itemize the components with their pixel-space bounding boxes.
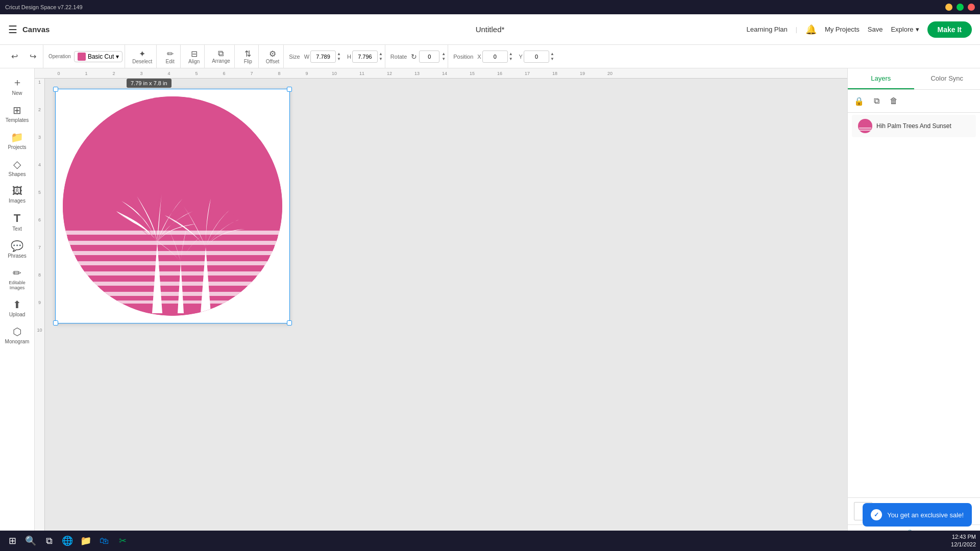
size-label: Size: [289, 54, 300, 60]
sidebar-phrases-label: Phrases: [8, 253, 27, 259]
offset-button[interactable]: ⚙ Offset: [264, 48, 282, 65]
width-label: W: [304, 54, 309, 60]
align-button[interactable]: ⊟ Align: [186, 48, 202, 65]
sidebar-item-projects[interactable]: 📁 Projects: [2, 128, 33, 153]
sidebar-item-templates[interactable]: ⊞ Templates: [2, 101, 33, 126]
v-mark-9: 9: [35, 299, 44, 327]
y-down-icon[interactable]: ▼: [550, 57, 554, 62]
start-button[interactable]: ⊞: [4, 533, 20, 549]
notification-bar[interactable]: ✓ You get an exclusive sale!: [863, 503, 972, 527]
tab-color-sync[interactable]: Color Sync: [914, 68, 981, 89]
sidebar: ＋ New ⊞ Templates 📁 Projects ◇ Shapes 🖼 …: [0, 68, 35, 551]
maximize-button[interactable]: [957, 4, 964, 11]
panel-copy-button[interactable]: ⧉: [869, 94, 884, 108]
width-down-icon[interactable]: ▼: [337, 57, 341, 62]
sidebar-monogram-label: Monogram: [5, 339, 30, 344]
search-taskbar-button[interactable]: 🔍: [22, 533, 39, 549]
store-button[interactable]: 🛍: [96, 533, 112, 549]
panel-delete-button[interactable]: 🗑: [887, 94, 901, 108]
y-up-icon[interactable]: ▲: [550, 52, 554, 57]
x-label: X: [477, 54, 481, 60]
height-input[interactable]: [352, 51, 378, 63]
layer-item[interactable]: Hih Palm Trees And Sunset: [852, 115, 976, 137]
sidebar-item-monogram[interactable]: ⬡ Monogram: [2, 322, 33, 347]
menu-icon[interactable]: ☰: [8, 23, 17, 36]
cricut-button[interactable]: ✂: [114, 533, 131, 549]
deselect-button[interactable]: ✦ Deselect: [130, 48, 154, 65]
width-input[interactable]: [310, 51, 336, 63]
sidebar-item-images[interactable]: 🖼 Images: [2, 182, 33, 207]
ruler-mark-7: 7: [238, 71, 265, 76]
file-explorer-button[interactable]: 📁: [78, 533, 94, 549]
arrange-button[interactable]: ⧉ Arrange: [210, 48, 232, 65]
save-button[interactable]: Save: [868, 26, 883, 33]
ruler-mark-4: 4: [155, 71, 183, 76]
canvas-white[interactable]: [55, 89, 290, 323]
sidebar-shapes-label: Shapes: [9, 171, 26, 177]
sidebar-item-upload[interactable]: ⬆ Upload: [2, 295, 33, 320]
delete-icon: 🗑: [890, 96, 898, 106]
ruler-mark-19: 19: [569, 71, 596, 76]
make-it-button[interactable]: Make It: [927, 21, 972, 38]
operation-group: Operation Basic Cut ▾: [46, 45, 125, 68]
y-input[interactable]: [524, 51, 549, 63]
panel-tabs: Layers Color Sync: [848, 68, 980, 90]
flip-button[interactable]: ⇅ Flip: [240, 48, 256, 65]
close-button[interactable]: [968, 4, 975, 11]
redo-button[interactable]: ↪: [24, 51, 41, 62]
v-mark-2: 2: [35, 106, 44, 134]
notification-check-icon: ✓: [874, 511, 879, 518]
header: ☰ Canvas Untitled* Learning Plan | 🔔 My …: [0, 14, 980, 45]
svg-rect-13: [55, 261, 290, 265]
x-down-icon[interactable]: ▼: [509, 57, 513, 62]
rotate-down-icon[interactable]: ▼: [442, 57, 446, 62]
header-separator: |: [796, 26, 797, 33]
ruler-mark-18: 18: [541, 71, 569, 76]
height-down-icon[interactable]: ▼: [379, 57, 383, 62]
ruler-mark-12: 12: [376, 71, 403, 76]
sidebar-item-new[interactable]: ＋ New: [2, 72, 33, 99]
height-up-icon[interactable]: ▲: [379, 52, 383, 57]
task-view-button[interactable]: ⧉: [41, 533, 57, 549]
shapes-icon: ◇: [13, 158, 21, 170]
offset-group: ⚙ Offset: [262, 45, 284, 68]
rotate-up-icon[interactable]: ▲: [442, 52, 446, 57]
layer-thumbnail: [858, 119, 872, 133]
rotate-input[interactable]: [419, 51, 439, 63]
sidebar-item-editable-images[interactable]: ✏ Editable Images: [2, 264, 33, 293]
edit-button[interactable]: ✏ Edit: [162, 48, 178, 65]
explore-button[interactable]: Explore ▾: [891, 26, 919, 33]
arrange-icon: ⧉: [218, 49, 224, 58]
undo-button[interactable]: ↩: [6, 51, 22, 62]
position-group: Position X ▲ ▼ Y ▲ ▼: [451, 45, 556, 68]
sidebar-item-phrases[interactable]: 💬 Phrases: [2, 237, 33, 262]
document-title[interactable]: Untitled*: [476, 25, 505, 34]
minimize-button[interactable]: [945, 4, 952, 11]
rotate-label: Rotate: [390, 54, 407, 60]
deselect-icon: ✦: [139, 49, 145, 59]
my-projects-link[interactable]: My Projects: [825, 26, 860, 33]
panel-lock-button[interactable]: 🔒: [852, 94, 866, 108]
deselect-group: ✦ Deselect: [128, 45, 157, 68]
x-input[interactable]: [482, 51, 508, 63]
window-controls: [945, 4, 975, 11]
ruler-mark-11: 11: [348, 71, 376, 76]
sidebar-templates-label: Templates: [6, 117, 29, 123]
canvas-label: Canvas: [22, 25, 50, 34]
operation-select[interactable]: Basic Cut ▾: [74, 51, 122, 62]
sidebar-item-text[interactable]: T Text: [2, 209, 33, 235]
store-icon: 🛍: [100, 536, 109, 546]
edge-button[interactable]: 🌐: [59, 533, 76, 549]
width-up-icon[interactable]: ▲: [337, 52, 341, 57]
v-mark-10: 10: [35, 327, 44, 354]
notification-icon[interactable]: 🔔: [805, 24, 817, 35]
x-up-icon[interactable]: ▲: [509, 52, 513, 57]
design-svg[interactable]: [55, 89, 290, 323]
learning-plan-link[interactable]: Learning Plan: [747, 26, 788, 33]
canvas-workspace[interactable]: 7.79 in x 7.8 in: [45, 79, 847, 551]
editable-images-icon: ✏: [13, 267, 21, 279]
sidebar-item-shapes[interactable]: ◇ Shapes: [2, 155, 33, 180]
v-mark-3: 3: [35, 134, 44, 161]
tab-layers[interactable]: Layers: [848, 68, 914, 89]
panel-toolbar: 🔒 ⧉ 🗑: [848, 90, 980, 113]
